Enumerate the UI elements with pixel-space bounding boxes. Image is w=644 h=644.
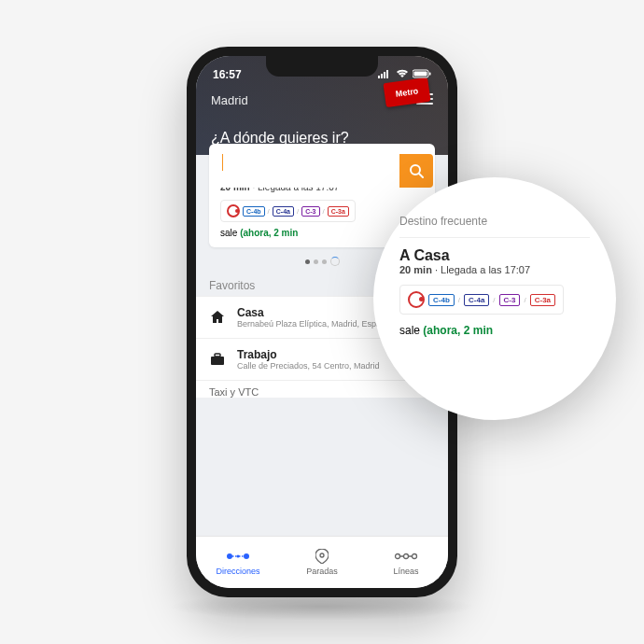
tab-directions[interactable]: Direcciones (196, 537, 280, 588)
line-chip: C-3a (328, 206, 349, 217)
tab-label: Paradas (306, 567, 338, 576)
tab-lines[interactable]: Líneas (364, 537, 448, 588)
tab-label: Líneas (393, 567, 418, 576)
search-input[interactable] (211, 154, 399, 188)
line-chip: C-4b (243, 206, 265, 217)
home-icon (209, 310, 226, 325)
tab-bar: Direcciones Paradas Líneas (196, 536, 448, 588)
magnified-preview: Destino frecuente A Casa 20 min · Llegad… (373, 177, 616, 420)
line-chip: C-4b (428, 294, 455, 306)
svg-rect-0 (378, 76, 380, 78)
battery-icon (413, 68, 431, 81)
briefcase-icon (209, 353, 226, 366)
tab-label: Direcciones (216, 567, 259, 576)
svg-point-18 (404, 554, 409, 559)
tab-stops[interactable]: Paradas (280, 537, 364, 588)
line-chip: C-4a (464, 294, 489, 306)
wifi-icon (396, 68, 409, 81)
cercanias-icon (227, 204, 240, 217)
svg-rect-6 (429, 73, 431, 76)
magnify-subtitle: 20 min · Llegada a las 17:07 (399, 264, 590, 275)
magnify-label: Destino frecuente (399, 215, 590, 228)
city-label[interactable]: Madrid (211, 93, 248, 107)
magnify-departure: sale (ahora, 2 min (399, 324, 590, 337)
svg-point-16 (396, 554, 400, 559)
line-chip: C-3 (301, 206, 319, 217)
svg-point-11 (227, 553, 232, 559)
line-chip: C-3a (530, 294, 555, 306)
line-chip: C-4a (273, 206, 294, 217)
svg-point-20 (413, 554, 417, 559)
svg-point-15 (244, 553, 249, 559)
magnify-title: A Casa (399, 247, 590, 264)
loading-icon (330, 257, 340, 266)
line-chip: C-3 (499, 294, 521, 306)
transit-lines: C-4b/ C-4a/ C-3/ C-3a (220, 200, 356, 222)
svg-rect-2 (384, 72, 385, 78)
magnify-transit-lines: C-4b/ C-4a/ C-3/ C-3a (399, 285, 564, 315)
svg-rect-1 (381, 74, 383, 78)
route-icon (226, 549, 250, 564)
status-time: 16:57 (213, 68, 242, 81)
signal-icon (378, 68, 392, 81)
cercanias-icon (408, 291, 425, 308)
search-icon (409, 163, 424, 178)
pin-icon (315, 549, 329, 564)
svg-rect-9 (211, 357, 224, 365)
svg-rect-5 (414, 72, 427, 77)
favorite-subtitle: Calle de Preciados, 54 Centro, Madrid (237, 361, 411, 371)
search-button[interactable] (399, 154, 433, 188)
lines-icon (394, 549, 418, 564)
svg-rect-3 (386, 70, 388, 78)
svg-rect-10 (215, 354, 220, 357)
svg-line-8 (419, 174, 423, 177)
favorites-label: Favoritos (209, 279, 255, 292)
notch (266, 56, 378, 77)
